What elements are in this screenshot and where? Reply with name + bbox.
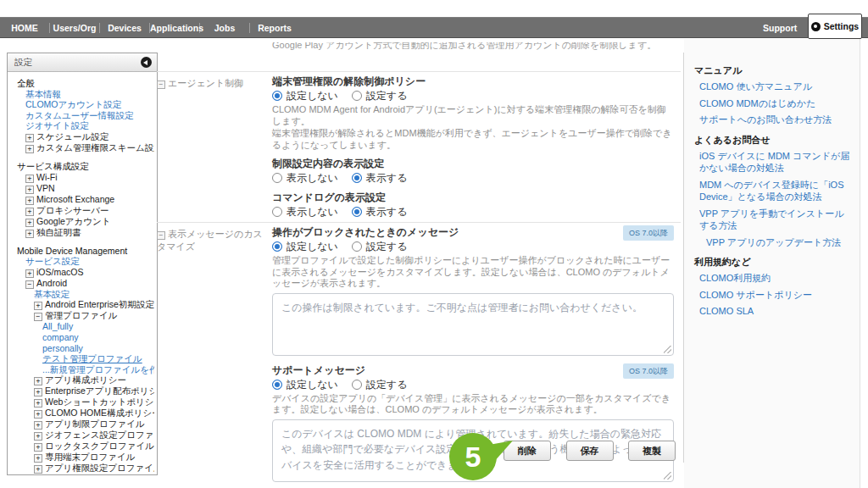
sidebar-item-label[interactable]: All_fully	[42, 321, 73, 331]
sidebar-item[interactable]: All_fully	[14, 321, 154, 332]
expand-icon[interactable]: +	[34, 421, 42, 430]
sidebar-item[interactable]: +プロキシサーバー	[14, 205, 154, 216]
sidebar-item-label[interactable]: 基本設定	[34, 289, 70, 299]
expand-icon[interactable]: +	[25, 208, 34, 216]
nav-item-jobs[interactable]: Jobs	[200, 23, 250, 33]
collapse-icon[interactable]: −	[34, 313, 42, 321]
expand-icon[interactable]: +	[34, 465, 42, 474]
save-button[interactable]: 保存	[566, 441, 614, 461]
help-link[interactable]: VPP アプリのアップデート方法	[694, 236, 853, 249]
radio-label[interactable]: 設定しない	[287, 240, 338, 253]
sidebar-item[interactable]: テスト管理プロファイル	[14, 353, 154, 364]
sidebar-item-label[interactable]: iOS/macOS	[36, 267, 83, 277]
sidebar-item-label[interactable]: サービス設定	[25, 256, 80, 266]
sidebar-item[interactable]: ジオサイト設定	[14, 120, 154, 131]
help-link[interactable]: MDM へのデバイス登録時に「iOS Device」となる場合の対処法	[694, 179, 853, 203]
sidebar-item-label[interactable]: アプリ制限プロファイル	[45, 419, 145, 429]
sidebar-item[interactable]: +CLOMO HOME構成ポリシー	[14, 408, 154, 419]
radio-label[interactable]: 表示する	[366, 171, 408, 185]
sidebar-item-label[interactable]: プロキシサーバー	[36, 205, 108, 215]
expand-icon[interactable]: +	[25, 175, 34, 183]
nav-item-users-org[interactable]: Users/Org	[50, 23, 100, 33]
sidebar-item-label[interactable]: アプリ権限設定プロファイル	[45, 463, 154, 473]
sidebar-collapse-icon[interactable]	[141, 57, 152, 68]
sidebar-item-label[interactable]: ロックタスクプロファイル	[45, 441, 154, 451]
sidebar-item[interactable]: −Android	[14, 278, 154, 289]
help-link[interactable]: CLOMO利用規約	[694, 272, 853, 285]
expand-icon[interactable]: +	[34, 377, 42, 385]
sidebar-item-label[interactable]: Android Enterprise初期設定...	[45, 299, 154, 309]
nav-item-applications[interactable]: Applications	[150, 23, 200, 33]
expand-icon[interactable]: +	[34, 410, 42, 419]
sidebar-item[interactable]: +Webショートカットポリシー	[14, 396, 154, 408]
expand-icon[interactable]: +	[25, 186, 34, 194]
radio-unselected-icon[interactable]	[352, 380, 362, 390]
sidebar-item[interactable]: +専用端末プロファイル	[14, 452, 154, 463]
help-link[interactable]: CLOMO SLA	[694, 305, 853, 318]
sidebar-item-label[interactable]: Android	[36, 278, 67, 288]
collapse-icon[interactable]: −	[157, 231, 165, 240]
expand-icon[interactable]: +	[25, 197, 34, 205]
expand-icon[interactable]: +	[25, 230, 34, 238]
sidebar-item-label[interactable]: personally	[42, 343, 83, 353]
tab-settings[interactable]: Settings	[808, 14, 862, 39]
radio-unselected-icon[interactable]	[272, 207, 282, 217]
radio-selected-icon[interactable]	[352, 207, 362, 217]
sidebar-item[interactable]: +iOS/macOS	[14, 267, 154, 278]
expand-icon[interactable]: +	[34, 454, 42, 463]
sidebar-item-label[interactable]: 管理プロファイル	[45, 310, 117, 320]
sidebar-item[interactable]: +カスタム管理権限スキーム設定	[14, 142, 154, 153]
radio-label[interactable]: 表示する	[366, 205, 408, 219]
expand-icon[interactable]: +	[34, 302, 42, 310]
expand-icon[interactable]: +	[25, 269, 34, 278]
duplicate-button[interactable]: 複製	[628, 441, 676, 461]
radio-label[interactable]: 設定しない	[287, 89, 338, 103]
sidebar-item-label[interactable]: VPN	[36, 183, 55, 193]
expand-icon[interactable]: +	[34, 399, 42, 408]
sidebar-item-label[interactable]: Wi-Fi	[36, 172, 58, 182]
radio-unselected-icon[interactable]	[272, 173, 282, 183]
sidebar-item-label[interactable]: Microsoft Exchange	[36, 194, 114, 204]
expand-icon[interactable]: +	[25, 219, 34, 227]
nav-item-support[interactable]: Support	[763, 18, 797, 37]
sidebar-item-label[interactable]: 基本情報	[25, 89, 61, 99]
sidebar-item-label[interactable]: カスタム管理権限スキーム設定	[36, 142, 154, 152]
sidebar-item[interactable]: 基本設定	[14, 289, 154, 300]
sidebar-item[interactable]: +Microsoft Exchange	[14, 194, 154, 205]
sidebar-item-label[interactable]: Webショートカットポリシー	[45, 396, 154, 407]
sidebar-item-label[interactable]: 専用端末プロファイル	[45, 452, 135, 462]
expand-icon[interactable]: +	[25, 134, 34, 142]
radio-unselected-icon[interactable]	[352, 241, 362, 252]
help-link[interactable]: CLOMO サポートポリシー	[694, 289, 853, 302]
sidebar-item-label[interactable]: 独自証明書	[36, 227, 81, 237]
expand-icon[interactable]: +	[34, 443, 42, 452]
sidebar-item-label[interactable]: company	[42, 332, 79, 342]
radio-selected-icon[interactable]	[272, 380, 282, 390]
sidebar-item-label[interactable]: アプリ構成ポリシー	[45, 374, 126, 385]
radio-selected-icon[interactable]	[272, 241, 282, 252]
sidebar-item[interactable]: CLOMOアカウント設定	[14, 99, 154, 110]
blocked-message-textarea[interactable]: この操作は制限されています。ご不明な点は管理者にお問い合わせください。	[272, 293, 674, 356]
sidebar-item-label[interactable]: CLOMO HOME構成ポリシー	[45, 408, 154, 418]
sidebar-item-label[interactable]: ジオフェンス設定プロファイル	[45, 430, 154, 440]
help-link[interactable]: VPP アプリを手動でインストールする方法	[694, 208, 853, 232]
radio-label[interactable]: 設定する	[366, 240, 408, 253]
radio-selected-icon[interactable]	[352, 173, 362, 183]
sidebar-item-label[interactable]: Googleアカウント	[36, 216, 111, 226]
sidebar-item[interactable]: ...新規管理プロファイルを作成	[14, 364, 154, 375]
sidebar-item-label[interactable]: テスト管理プロファイル	[42, 353, 142, 363]
sidebar-item[interactable]: −管理プロファイル	[14, 310, 154, 321]
radio-unselected-icon[interactable]	[352, 91, 362, 101]
sidebar-item[interactable]: company	[14, 332, 154, 343]
sidebar-item[interactable]: +ジオフェンス設定プロファイル	[14, 430, 154, 441]
radio-label[interactable]: 表示しない	[287, 171, 338, 185]
sidebar-item[interactable]: +独自証明書	[14, 227, 154, 238]
nav-item-reports[interactable]: Reports	[250, 23, 299, 33]
sidebar-item[interactable]: サービス設定	[14, 256, 154, 267]
sidebar-item-label[interactable]: Enterpriseアプリ配布ポリシー	[45, 385, 154, 396]
radio-label[interactable]: 設定する	[366, 89, 408, 103]
sidebar-item-label[interactable]: CLOMOアカウント設定	[25, 99, 121, 109]
sidebar-item[interactable]: +アプリ管理設定プロファイル	[14, 474, 154, 475]
sidebar-item[interactable]: +Android Enterprise初期設定...	[14, 299, 154, 310]
sidebar-item-label[interactable]: カスタムユーザー情報設定	[25, 110, 133, 120]
